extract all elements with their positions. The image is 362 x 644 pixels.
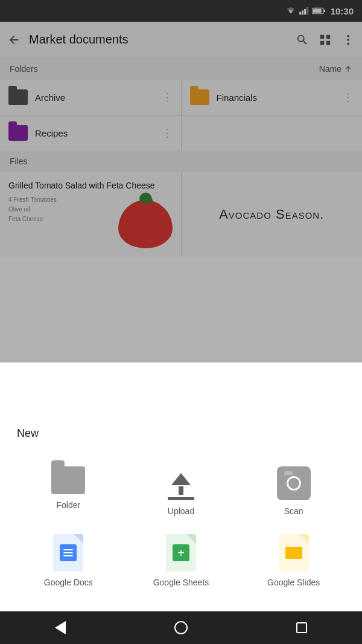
bottom-sheet-title: New (0, 427, 362, 454)
google-docs-icon (53, 534, 83, 572)
new-folder-button[interactable]: Folder (12, 460, 125, 522)
new-google-sheets-button[interactable]: + Google Sheets (125, 528, 238, 593)
upload-label: Upload (168, 506, 194, 516)
upload-button[interactable]: Upload (125, 460, 238, 522)
google-sheets-icon: + (166, 534, 196, 572)
google-slides-icon (279, 534, 309, 572)
new-folder-label: Folder (56, 500, 80, 510)
scan-icon (277, 466, 311, 500)
scan-button[interactable]: Scan (237, 460, 350, 522)
home-nav-button[interactable] (166, 616, 196, 640)
bottom-sheet: New Folder Upload Scan (0, 410, 362, 611)
scan-label: Scan (284, 506, 303, 516)
new-google-slides-button[interactable]: Google Slides (237, 528, 350, 593)
google-docs-label: Google Docs (44, 578, 93, 587)
google-slides-label: Google Slides (267, 578, 320, 587)
recents-nav-icon (296, 622, 307, 633)
nav-bar (0, 611, 362, 644)
recents-nav-button[interactable] (287, 616, 317, 640)
google-sheets-label: Google Sheets (153, 578, 209, 587)
folder-icon (51, 466, 85, 494)
upload-icon (164, 466, 198, 500)
home-nav-icon (174, 621, 188, 634)
new-google-docs-button[interactable]: Google Docs (12, 528, 125, 593)
back-nav-icon (55, 621, 66, 634)
bottom-sheet-overlay[interactable] (0, 0, 362, 362)
bottom-sheet-grid: Folder Upload Scan (0, 454, 362, 599)
back-nav-button[interactable] (45, 616, 75, 640)
